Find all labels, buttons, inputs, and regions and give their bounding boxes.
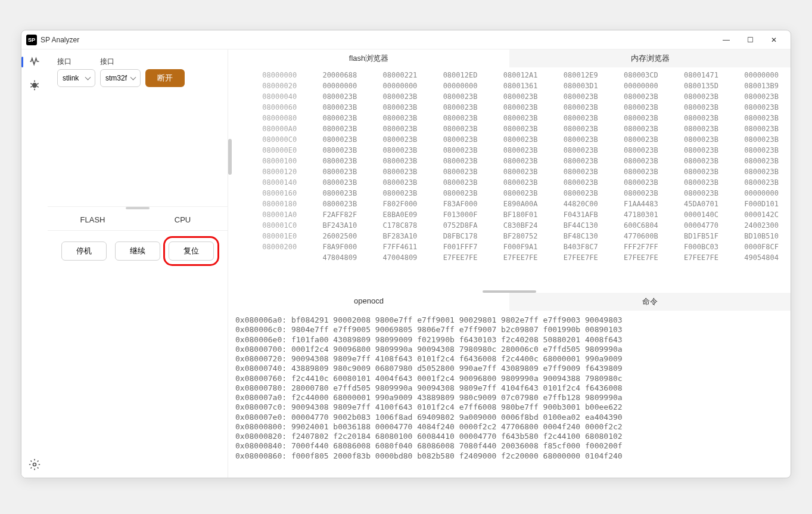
hex-value: 0800023B (602, 145, 662, 156)
log-output: 0x080006a0: bf084291 90002008 9800e7ff e… (228, 311, 791, 478)
hex-value: F83AF000 (421, 199, 481, 209)
waveform-icon[interactable] (29, 55, 41, 67)
hex-value: 0800023B (481, 156, 541, 166)
hex-value: 080003D1 (542, 80, 602, 91)
hex-value: 45DA0701 (662, 199, 722, 209)
hex-row: 080000400800023B0800023B0800023B0800023B… (240, 91, 782, 102)
hex-row: 080001600800023B0800023B0800023B0800023B… (240, 188, 782, 199)
hex-value: 47180301 (602, 209, 662, 220)
hex-value: 0800023B (300, 156, 360, 166)
hex-value: 0800023B (300, 123, 360, 134)
hex-value: 0800023B (542, 145, 602, 156)
maximize-button[interactable]: ☐ (738, 32, 762, 48)
hex-address: 080001E0 (240, 231, 300, 241)
hex-value: 0800023B (662, 134, 722, 145)
hex-value: 0800023B (722, 156, 782, 166)
hex-value: E7FEE7FE (421, 252, 481, 263)
hex-value: 0800023B (421, 91, 481, 102)
hex-value: 0800023B (360, 91, 421, 102)
hex-value: 080012E9 (542, 70, 602, 80)
tab-flash[interactable]: FLASH (48, 209, 138, 230)
hex-value: 0800023B (421, 177, 481, 188)
hex-value: 00000000 (421, 80, 481, 91)
hex-value: 0800023B (542, 134, 602, 145)
log-tabs: openocd 命令 (228, 293, 791, 311)
svg-point-0 (32, 83, 37, 88)
hex-value: 0800023B (602, 188, 662, 199)
bug-icon[interactable] (29, 79, 41, 91)
close-button[interactable]: ✕ (762, 32, 786, 48)
hex-value: 00000000 (300, 80, 360, 91)
hex-value: 0800023B (542, 113, 602, 123)
hex-value: 0800023B (722, 102, 782, 113)
main-area: 接口 stlink 接口 stm32f 断开 FLASH CPU 停机 继续 复… (21, 49, 791, 478)
hex-value: 0800023B (360, 123, 421, 134)
hex-value: 0800023B (542, 156, 602, 166)
hex-address: 080000C0 (240, 134, 300, 145)
hex-address: 08000040 (240, 91, 300, 102)
hex-value: 0800023B (662, 123, 722, 134)
hex-value: 0800023B (481, 123, 541, 134)
hex-value: 0800023B (481, 102, 541, 113)
interface-label: 接口 (57, 57, 95, 67)
target-select[interactable]: stm32f (100, 69, 141, 87)
minimize-button[interactable]: — (714, 32, 738, 48)
tab-flash-browser[interactable]: flash浏览器 (228, 49, 509, 67)
hex-value: 26002500 (300, 231, 360, 241)
hex-value: 0800023B (300, 188, 360, 199)
active-indicator (21, 57, 23, 67)
connection-panel: 接口 stlink 接口 stm32f 断开 (48, 49, 228, 207)
hex-value: 080013B9 (722, 80, 782, 91)
tab-mem-browser[interactable]: 内存浏览器 (509, 49, 791, 67)
hex-value: C830BF24 (481, 220, 541, 231)
hex-address: 08000080 (240, 113, 300, 123)
hex-value: 0752D8FA (421, 220, 481, 231)
hex-value: 0800023B (300, 177, 360, 188)
hex-value: BF48C130 (542, 231, 602, 241)
hex-value: 0000142C (722, 209, 782, 220)
tab-openocd[interactable]: openocd (228, 293, 509, 311)
hex-value: E7FEE7FE (662, 252, 722, 263)
tab-command[interactable]: 命令 (509, 293, 791, 311)
hex-value: 0800023B (602, 113, 662, 123)
hex-value: 0800023B (421, 113, 481, 123)
hex-value: 080012ED (421, 70, 481, 80)
settings-icon[interactable] (29, 459, 41, 470)
hex-value: 0800023B (421, 102, 481, 113)
hex-value: 0800023B (722, 177, 782, 188)
hex-value: 0800023B (421, 188, 481, 199)
hex-value: 0800023B (421, 156, 481, 166)
disconnect-button[interactable]: 断开 (145, 69, 185, 87)
hex-value: F013000F (421, 209, 481, 220)
hex-value: 49054804 (722, 252, 782, 263)
hex-value: 20000688 (300, 70, 360, 80)
hex-address: 08000060 (240, 102, 300, 113)
scrollbar[interactable] (228, 139, 232, 175)
hex-value: F2AFF82F (300, 209, 360, 220)
hex-value: 00000000 (602, 80, 662, 91)
app-title: SP Analyzer (41, 36, 79, 44)
tab-cpu[interactable]: CPU (138, 209, 228, 230)
hex-value: 0800023B (602, 91, 662, 102)
titlebar: SP SP Analyzer — ☐ ✕ (21, 30, 791, 49)
hex-value: 0800023B (542, 166, 602, 177)
hex-value: 44820C00 (542, 199, 602, 209)
interface-select[interactable]: stlink (57, 69, 95, 87)
resume-button[interactable]: 继续 (115, 241, 160, 261)
hex-value: C178C878 (360, 220, 421, 231)
hex-value: D8FBC178 (421, 231, 481, 241)
hex-value: 0800023B (662, 145, 722, 156)
hex-value: 0000F8CF (722, 241, 782, 252)
hex-value: BF283A10 (360, 231, 421, 241)
hex-value: 0800023B (662, 177, 722, 188)
hex-address: 08000140 (240, 177, 300, 188)
hex-value: 0800023B (542, 102, 602, 113)
reset-button[interactable]: 复位 (169, 241, 214, 261)
hex-address: 08000100 (240, 156, 300, 166)
app-logo-icon: SP (26, 35, 37, 45)
hex-value: 0800023B (360, 177, 421, 188)
hex-value: 0800023B (360, 113, 421, 123)
halt-button[interactable]: 停机 (61, 241, 107, 261)
hex-address: 08000000 (240, 70, 300, 80)
hex-value: 0800023B (602, 123, 662, 134)
